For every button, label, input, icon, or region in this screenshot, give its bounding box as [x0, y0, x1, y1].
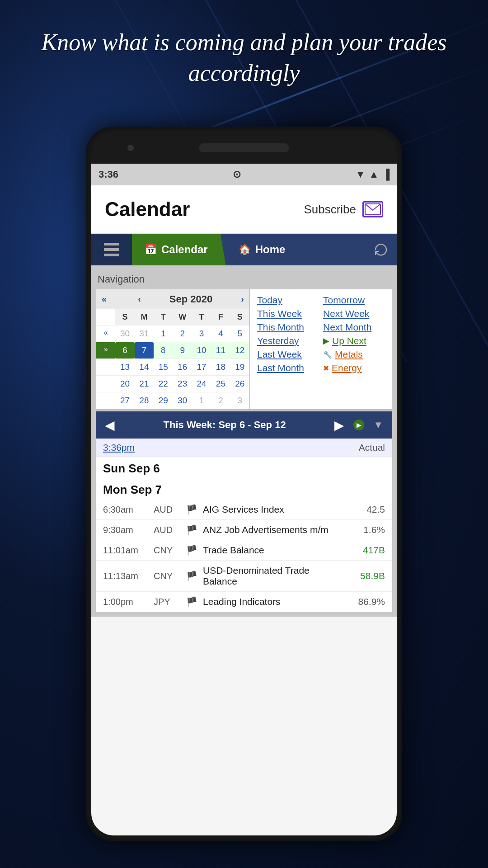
cal-day-12[interactable]: 12 — [230, 342, 249, 359]
cal-day-19[interactable]: 19 — [230, 359, 249, 376]
cal-day-26[interactable]: 26 — [230, 376, 249, 392]
cal-prev[interactable]: ‹ — [135, 293, 144, 305]
cal-day-headers: S M T W T F S — [96, 309, 249, 326]
status-time: 3:36 — [99, 169, 118, 180]
cal-day-30-prev[interactable]: 30 — [115, 326, 134, 342]
event-name: AIG Services Index — [203, 504, 343, 515]
cal-week-3-nav[interactable] — [96, 359, 115, 376]
cal-header-fri: F — [211, 309, 230, 326]
refresh-button[interactable] — [365, 234, 397, 265]
calendar-tab-label: Calendar — [161, 243, 208, 256]
cal-day-15[interactable]: 15 — [154, 359, 173, 376]
calendar-header: « ‹ Sep 2020 › — [96, 289, 249, 309]
cal-week-2-nav[interactable]: » — [96, 342, 115, 359]
cal-next[interactable]: › — [238, 293, 247, 305]
event-time: 6:30am — [103, 505, 148, 515]
link-today[interactable]: Today — [257, 295, 319, 306]
cal-day-29[interactable]: 29 — [154, 392, 173, 409]
phone-frame: 3:36 ⊙ ▼ ▲ ▐ Calendar Subscribe — [86, 127, 402, 841]
cal-prev-prev[interactable]: « — [99, 293, 109, 305]
nav-bar: 📅 Calendar 🏠 Home — [91, 234, 397, 265]
cal-header-mon: M — [135, 309, 154, 326]
subscribe-area[interactable]: Subscribe — [304, 201, 383, 217]
tab-home[interactable]: 🏠 Home — [226, 234, 298, 265]
cal-day-21[interactable]: 21 — [135, 376, 154, 392]
event-name: Leading Indicators — [203, 596, 343, 607]
table-row: 11:13am CNY 🏴 USD-Denominated Trade Bala… — [96, 561, 392, 592]
cal-day-13[interactable]: 13 — [115, 359, 134, 376]
link-yesterday[interactable]: Yesterday — [257, 335, 319, 346]
cal-week-5-nav[interactable] — [96, 392, 115, 409]
link-tomorrow[interactable]: Tomorrow — [323, 295, 385, 306]
cal-week-3: 13 14 15 16 17 18 19 — [96, 359, 249, 376]
link-up-next[interactable]: Up Next — [332, 335, 366, 346]
cal-day-14[interactable]: 14 — [135, 359, 154, 376]
week-nav-right: ▶ ▶ ▼ — [334, 418, 383, 433]
mail-icon[interactable] — [362, 201, 383, 217]
cal-day-10[interactable]: 10 — [192, 342, 211, 359]
event-flag: 🏴 — [186, 545, 197, 556]
link-next-month[interactable]: Next Month — [323, 322, 385, 333]
cal-week-4-nav[interactable] — [96, 376, 115, 392]
event-name: ANZ Job Advertisements m/m — [203, 524, 343, 535]
link-up-next-row: ▶ Up Next — [323, 335, 385, 346]
link-this-week[interactable]: This Week — [257, 308, 319, 319]
event-currency: CNY — [154, 545, 181, 556]
cal-day-6[interactable]: 6 — [115, 342, 134, 359]
cal-week-4: 20 21 22 23 24 25 26 — [96, 376, 249, 392]
wifi-icon: ▼ — [356, 169, 366, 180]
cal-day-16[interactable]: 16 — [173, 359, 192, 376]
cal-day-7[interactable]: 7 — [135, 342, 154, 359]
cal-day-25[interactable]: 25 — [211, 376, 230, 392]
table-row: 6:30am AUD 🏴 AIG Services Index 42.5 — [96, 500, 392, 520]
cal-day-3[interactable]: 3 — [192, 326, 211, 342]
cal-day-9[interactable]: 9 — [173, 342, 192, 359]
cal-day-2-next[interactable]: 2 — [211, 392, 230, 409]
cal-day-23[interactable]: 23 — [173, 376, 192, 392]
link-next-week[interactable]: Next Week — [323, 308, 385, 319]
cal-day-30[interactable]: 30 — [173, 392, 192, 409]
cal-day-18[interactable]: 18 — [211, 359, 230, 376]
green-dot-icon: ▶ — [357, 421, 361, 429]
link-energy[interactable]: Energy — [332, 363, 362, 373]
cal-day-2[interactable]: 2 — [173, 326, 192, 342]
event-time: 9:30am — [103, 525, 148, 535]
cal-day-24[interactable]: 24 — [192, 376, 211, 392]
nav-icon-area — [91, 234, 132, 265]
cal-day-1-next[interactable]: 1 — [192, 392, 211, 409]
cal-day-3-next[interactable]: 3 — [230, 392, 249, 409]
event-flag: 🏴 — [186, 524, 197, 535]
cal-day-5[interactable]: 5 — [230, 326, 249, 342]
cal-day-22[interactable]: 22 — [154, 376, 173, 392]
tab-calendar[interactable]: 📅 Calendar — [132, 234, 226, 265]
cal-day-31-prev[interactable]: 31 — [135, 326, 154, 342]
cal-week-1-nav[interactable]: « — [96, 326, 115, 342]
link-last-month[interactable]: Last Month — [257, 363, 319, 373]
cal-day-28[interactable]: 28 — [135, 392, 154, 409]
screen: 3:36 ⊙ ▼ ▲ ▐ Calendar Subscribe — [91, 164, 397, 835]
link-this-month[interactable]: This Month — [257, 322, 319, 333]
cal-day-11[interactable]: 11 — [211, 342, 230, 359]
event-time: 1:00pm — [103, 597, 148, 607]
cal-day-20[interactable]: 20 — [115, 376, 134, 392]
cal-day-8[interactable]: 8 — [154, 342, 173, 359]
event-flag: 🏴 — [186, 504, 197, 515]
day-header-sun: Sun Sep 6 — [96, 457, 392, 478]
cal-day-27[interactable]: 27 — [115, 392, 134, 409]
filter-icon[interactable]: ▼ — [373, 419, 383, 431]
metals-icon: 🔧 — [323, 350, 332, 359]
link-last-week[interactable]: Last Week — [257, 349, 319, 360]
link-metals-row: 🔧 Metals — [323, 349, 385, 360]
cal-day-1[interactable]: 1 — [154, 326, 173, 342]
link-metals[interactable]: Metals — [335, 349, 363, 360]
cal-day-17[interactable]: 17 — [192, 359, 211, 376]
nav-links-panel: Today Tomorrow This Week Next Week This … — [250, 289, 392, 409]
week-prev-button[interactable]: ◀ — [105, 418, 115, 433]
subscribe-label: Subscribe — [304, 203, 356, 217]
event-time: 11:01am — [103, 545, 148, 556]
status-icon-location: ⊙ — [233, 169, 241, 180]
speaker — [199, 143, 289, 152]
section-label: Navigation — [96, 270, 392, 289]
week-next-button[interactable]: ▶ — [334, 418, 344, 433]
cal-day-4[interactable]: 4 — [211, 326, 230, 342]
